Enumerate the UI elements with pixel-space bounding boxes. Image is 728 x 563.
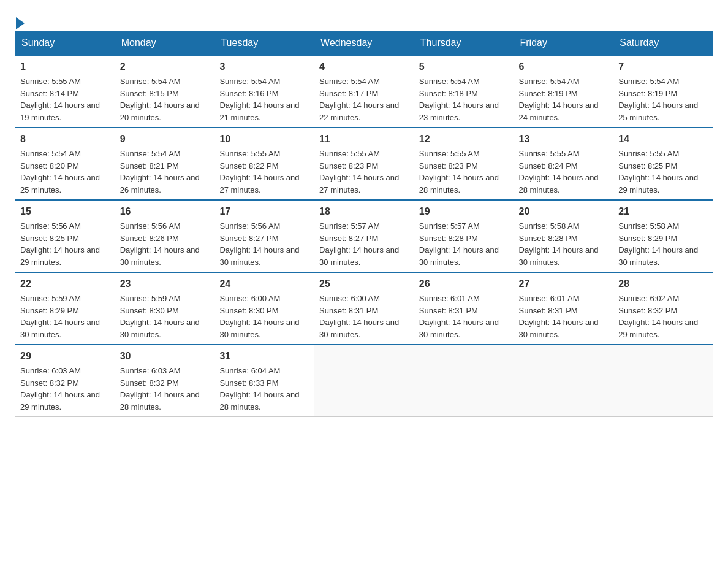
day-number: 22 xyxy=(20,277,110,291)
day-number: 4 xyxy=(319,59,409,74)
day-cell-3: 3Sunrise: 5:54 AMSunset: 8:16 PMDaylight… xyxy=(214,55,314,128)
day-cell-28: 28Sunrise: 6:02 AMSunset: 8:32 PMDayligh… xyxy=(613,272,713,345)
weekday-header-sunday: Sunday xyxy=(15,31,115,56)
day-number: 15 xyxy=(20,204,110,219)
day-cell-14: 14Sunrise: 5:55 AMSunset: 8:25 PMDayligh… xyxy=(613,128,713,200)
week-row-3: 15Sunrise: 5:56 AMSunset: 8:25 PMDayligh… xyxy=(15,200,713,272)
empty-cell xyxy=(514,345,613,417)
day-cell-1: 1Sunrise: 5:55 AMSunset: 8:14 PMDaylight… xyxy=(15,55,115,128)
day-number: 29 xyxy=(20,349,110,364)
weekday-header-wednesday: Wednesday xyxy=(314,31,414,56)
day-cell-16: 16Sunrise: 5:56 AMSunset: 8:26 PMDayligh… xyxy=(115,200,214,272)
day-cell-29: 29Sunrise: 6:03 AMSunset: 8:32 PMDayligh… xyxy=(15,345,115,417)
day-cell-9: 9Sunrise: 5:54 AMSunset: 8:21 PMDaylight… xyxy=(115,128,214,200)
day-cell-31: 31Sunrise: 6:04 AMSunset: 8:33 PMDayligh… xyxy=(214,345,314,417)
day-cell-25: 25Sunrise: 6:00 AMSunset: 8:31 PMDayligh… xyxy=(314,272,414,345)
week-row-5: 29Sunrise: 6:03 AMSunset: 8:32 PMDayligh… xyxy=(15,345,713,417)
day-number: 21 xyxy=(618,204,708,219)
day-number: 7 xyxy=(618,59,708,74)
day-number: 5 xyxy=(419,59,509,74)
day-number: 1 xyxy=(20,59,110,74)
day-cell-30: 30Sunrise: 6:03 AMSunset: 8:32 PMDayligh… xyxy=(115,345,214,417)
day-cell-7: 7Sunrise: 5:54 AMSunset: 8:19 PMDaylight… xyxy=(613,55,713,128)
day-cell-11: 11Sunrise: 5:55 AMSunset: 8:23 PMDayligh… xyxy=(314,128,414,200)
day-cell-6: 6Sunrise: 5:54 AMSunset: 8:19 PMDaylight… xyxy=(514,55,613,128)
day-number: 31 xyxy=(219,349,309,364)
day-cell-8: 8Sunrise: 5:54 AMSunset: 8:20 PMDaylight… xyxy=(15,128,115,200)
empty-cell xyxy=(414,345,514,417)
day-number: 17 xyxy=(219,204,309,219)
day-number: 13 xyxy=(519,132,609,147)
day-cell-4: 4Sunrise: 5:54 AMSunset: 8:17 PMDaylight… xyxy=(314,55,414,128)
week-row-2: 8Sunrise: 5:54 AMSunset: 8:20 PMDaylight… xyxy=(15,128,713,200)
day-number: 14 xyxy=(618,132,708,147)
weekday-header-saturday: Saturday xyxy=(613,31,713,56)
day-number: 24 xyxy=(219,277,309,291)
day-cell-12: 12Sunrise: 5:55 AMSunset: 8:23 PMDayligh… xyxy=(414,128,514,200)
week-row-4: 22Sunrise: 5:59 AMSunset: 8:29 PMDayligh… xyxy=(15,272,713,345)
day-number: 11 xyxy=(319,132,409,147)
logo xyxy=(15,15,25,26)
day-number: 28 xyxy=(618,277,708,291)
day-cell-26: 26Sunrise: 6:01 AMSunset: 8:31 PMDayligh… xyxy=(414,272,514,345)
empty-cell xyxy=(314,345,414,417)
day-number: 10 xyxy=(219,132,309,147)
day-cell-2: 2Sunrise: 5:54 AMSunset: 8:15 PMDaylight… xyxy=(115,55,214,128)
day-number: 20 xyxy=(519,204,609,219)
day-number: 27 xyxy=(519,277,609,291)
weekday-header-friday: Friday xyxy=(514,31,613,56)
weekday-header-monday: Monday xyxy=(115,31,214,56)
day-cell-21: 21Sunrise: 5:58 AMSunset: 8:29 PMDayligh… xyxy=(613,200,713,272)
logo-arrow-icon xyxy=(16,17,25,29)
weekday-header-tuesday: Tuesday xyxy=(214,31,314,56)
day-cell-17: 17Sunrise: 5:56 AMSunset: 8:27 PMDayligh… xyxy=(214,200,314,272)
day-cell-19: 19Sunrise: 5:57 AMSunset: 8:28 PMDayligh… xyxy=(414,200,514,272)
day-number: 23 xyxy=(120,277,210,291)
day-cell-20: 20Sunrise: 5:58 AMSunset: 8:28 PMDayligh… xyxy=(514,200,613,272)
calendar-table: SundayMondayTuesdayWednesdayThursdayFrid… xyxy=(15,31,713,417)
day-cell-23: 23Sunrise: 5:59 AMSunset: 8:30 PMDayligh… xyxy=(115,272,214,345)
day-number: 30 xyxy=(120,349,210,364)
day-number: 9 xyxy=(120,132,210,147)
day-number: 3 xyxy=(219,59,309,74)
week-row-1: 1Sunrise: 5:55 AMSunset: 8:14 PMDaylight… xyxy=(15,55,713,128)
day-cell-22: 22Sunrise: 5:59 AMSunset: 8:29 PMDayligh… xyxy=(15,272,115,345)
day-number: 18 xyxy=(319,204,409,219)
day-number: 6 xyxy=(519,59,609,74)
weekday-header-row: SundayMondayTuesdayWednesdayThursdayFrid… xyxy=(15,31,713,56)
day-cell-13: 13Sunrise: 5:55 AMSunset: 8:24 PMDayligh… xyxy=(514,128,613,200)
empty-cell xyxy=(613,345,713,417)
day-number: 25 xyxy=(319,277,409,291)
day-number: 26 xyxy=(419,277,509,291)
day-number: 19 xyxy=(419,204,509,219)
day-cell-18: 18Sunrise: 5:57 AMSunset: 8:27 PMDayligh… xyxy=(314,200,414,272)
day-number: 8 xyxy=(20,132,110,147)
day-cell-5: 5Sunrise: 5:54 AMSunset: 8:18 PMDaylight… xyxy=(414,55,514,128)
day-number: 16 xyxy=(120,204,210,219)
page-header xyxy=(15,15,713,26)
day-cell-15: 15Sunrise: 5:56 AMSunset: 8:25 PMDayligh… xyxy=(15,200,115,272)
day-number: 12 xyxy=(419,132,509,147)
day-number: 2 xyxy=(120,59,210,74)
day-cell-24: 24Sunrise: 6:00 AMSunset: 8:30 PMDayligh… xyxy=(214,272,314,345)
day-cell-10: 10Sunrise: 5:55 AMSunset: 8:22 PMDayligh… xyxy=(214,128,314,200)
day-cell-27: 27Sunrise: 6:01 AMSunset: 8:31 PMDayligh… xyxy=(514,272,613,345)
weekday-header-thursday: Thursday xyxy=(414,31,514,56)
